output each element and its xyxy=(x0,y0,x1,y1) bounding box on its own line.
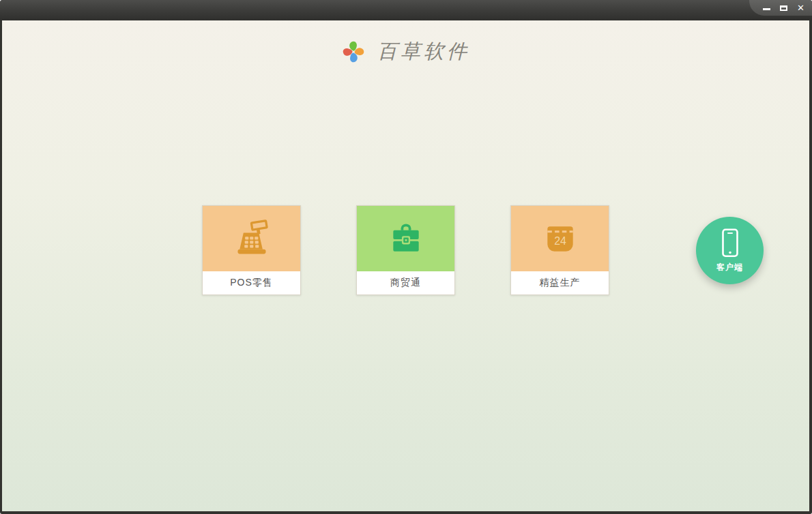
window-controls: ✕ xyxy=(749,0,812,16)
card-icon-area: 24 xyxy=(511,206,609,271)
pinwheel-logo-icon xyxy=(341,40,366,64)
card-icon-area xyxy=(357,206,454,271)
product-card-pos[interactable]: POS零售 xyxy=(202,205,301,295)
cash-register-icon xyxy=(233,220,271,258)
minimize-icon xyxy=(763,8,770,10)
close-icon: ✕ xyxy=(797,3,804,12)
briefcase-icon xyxy=(387,220,425,258)
product-card-trade[interactable]: 商贸通 xyxy=(356,205,455,295)
brand-name: 百草软件 xyxy=(377,38,470,65)
main-content: 百草软件 xyxy=(2,20,809,511)
client-app-button[interactable]: 客户端 xyxy=(696,217,764,284)
maximize-icon xyxy=(780,5,787,11)
product-card-lean[interactable]: 24 精益生产 xyxy=(510,205,609,295)
calendar-icon: 24 xyxy=(541,220,579,258)
maximize-button[interactable] xyxy=(775,0,792,16)
card-label: POS零售 xyxy=(203,271,300,294)
client-label: 客户端 xyxy=(716,262,743,273)
calendar-day-number: 24 xyxy=(554,235,566,247)
minimize-button[interactable] xyxy=(758,0,775,16)
card-icon-area xyxy=(203,206,300,271)
app-window: ✕ 百草软件 xyxy=(0,0,812,514)
smartphone-icon xyxy=(720,228,740,259)
card-label: 商贸通 xyxy=(357,271,454,294)
close-button[interactable]: ✕ xyxy=(792,0,809,16)
brand: 百草软件 xyxy=(2,38,809,65)
title-bar[interactable]: ✕ xyxy=(0,0,812,20)
card-label: 精益生产 xyxy=(511,271,609,294)
